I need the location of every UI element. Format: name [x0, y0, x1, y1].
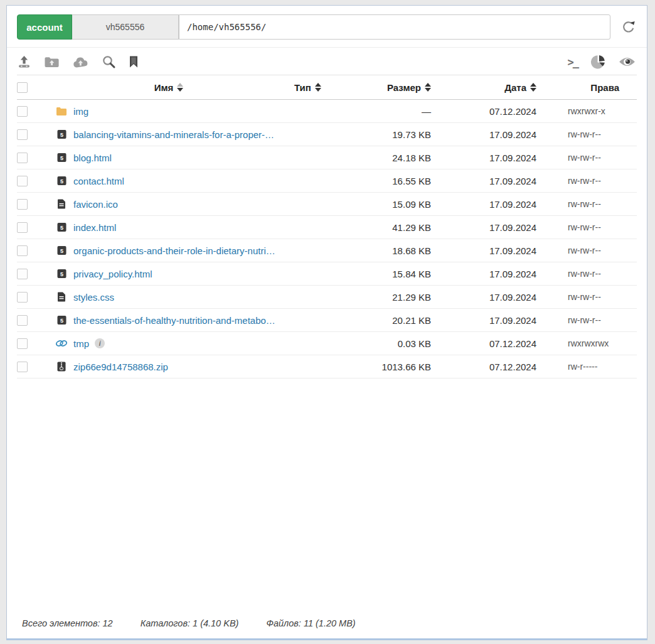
- terminal-icon[interactable]: >_: [568, 56, 578, 68]
- row-checkbox[interactable]: [17, 176, 28, 186]
- column-header-type-label: Тип: [294, 82, 311, 93]
- file-manager-panel: account: [6, 5, 647, 640]
- file-link[interactable]: balancing-vitamins-and-minerals-for-a-pr…: [73, 129, 274, 140]
- file-link[interactable]: styles.css: [73, 292, 114, 303]
- file-size: 19.73 KB: [349, 129, 444, 140]
- row-checkbox[interactable]: [17, 362, 28, 372]
- table-row: 5 index.html 41.29 KB 17.09.2024 rw-rw-r…: [17, 216, 637, 239]
- file-link[interactable]: privacy_policy.html: [73, 269, 152, 279]
- refresh-icon[interactable]: [620, 19, 637, 35]
- file-date: 17.09.2024: [444, 222, 549, 233]
- info-icon[interactable]: i: [95, 338, 105, 348]
- table-row: favicon.ico 15.09 KB 17.09.2024 rw-rw-r-…: [17, 193, 637, 216]
- sort-icon: [530, 83, 536, 92]
- html-file-icon: 5: [55, 129, 68, 139]
- file-link[interactable]: zip66e9d14758868.zip: [73, 362, 168, 372]
- file-link[interactable]: the-essentials-of-healthy-nutrition-and-…: [73, 315, 275, 326]
- table-row: 5 privacy_policy.html 15.84 KB 17.09.202…: [17, 262, 637, 286]
- html-file-icon: 5: [55, 245, 68, 255]
- folder-icon: [55, 107, 68, 116]
- file-date: 17.09.2024: [444, 315, 549, 326]
- row-checkbox[interactable]: [17, 315, 28, 326]
- file-link[interactable]: index.html: [73, 222, 116, 233]
- table-header-row: Имя Тип Размер Дата: [17, 75, 637, 100]
- pie-chart-icon[interactable]: [590, 54, 606, 70]
- file-date: 17.09.2024: [444, 245, 549, 256]
- file-date: 17.09.2024: [444, 292, 549, 303]
- file-link[interactable]: blog.html: [73, 153, 112, 163]
- symlink-icon: [55, 339, 68, 348]
- toolbar-right: >_: [568, 54, 636, 70]
- folder-upload-icon[interactable]: [44, 56, 60, 68]
- sort-icon: [315, 83, 321, 92]
- toolbar: >_: [7, 48, 647, 75]
- file-size: 16.55 KB: [349, 176, 444, 186]
- row-checkbox[interactable]: [17, 199, 28, 210]
- file-perms: rw-rw-r--: [549, 176, 637, 186]
- column-header-size[interactable]: Размер: [349, 82, 444, 93]
- table-row: img — 07.12.2024 rwxrwxr-x: [17, 100, 637, 123]
- username-field[interactable]: [72, 14, 179, 40]
- file-date: 17.09.2024: [444, 176, 549, 186]
- file-table: Имя Тип Размер Дата: [17, 75, 637, 378]
- row-checkbox[interactable]: [17, 292, 28, 303]
- eye-icon[interactable]: [619, 56, 636, 67]
- table-row: 5 organic-products-and-their-role-in-die…: [17, 239, 637, 262]
- bookmark-icon[interactable]: [129, 55, 139, 68]
- file-link[interactable]: favicon.ico: [73, 199, 118, 210]
- table-row: 5 blog.html 24.18 KB 17.09.2024 rw-rw-r-…: [17, 146, 637, 169]
- search-icon[interactable]: [102, 55, 116, 69]
- file-perms: rw-rw-r--: [549, 315, 637, 325]
- file-icon: [55, 292, 68, 302]
- html-file-icon: 5: [55, 153, 68, 163]
- file-date: 17.09.2024: [444, 269, 549, 279]
- file-perms: rwxrwxrwx: [549, 338, 637, 348]
- toolbar-left: [17, 55, 139, 69]
- cloud-upload-icon[interactable]: [72, 56, 89, 68]
- total-items-text: Всего элементов: 12: [22, 618, 113, 628]
- html-file-icon: 5: [55, 176, 68, 186]
- file-size: 1013.66 KB: [349, 362, 444, 372]
- path-input[interactable]: [179, 14, 610, 40]
- file-size: —: [349, 106, 444, 117]
- row-checkbox[interactable]: [17, 338, 28, 349]
- file-link[interactable]: contact.html: [73, 176, 124, 186]
- file-perms: rw-rw-r--: [549, 269, 637, 279]
- column-header-name[interactable]: Имя: [43, 82, 294, 93]
- upload-icon[interactable]: [17, 55, 31, 69]
- column-header-perms: Права: [549, 82, 637, 93]
- row-checkbox[interactable]: [17, 245, 28, 256]
- table-row: styles.css 21.29 KB 17.09.2024 rw-rw-r--: [17, 286, 637, 309]
- select-all-checkbox[interactable]: [17, 82, 28, 93]
- table-row: 5 balancing-vitamins-and-minerals-for-a-…: [17, 123, 637, 146]
- html-file-icon: 5: [55, 222, 68, 232]
- file-link[interactable]: organic-products-and-their-role-in-dieta…: [73, 245, 275, 256]
- file-perms: rw-rw-r--: [549, 153, 637, 163]
- html-file-icon: 5: [55, 269, 68, 279]
- table-row: zip66e9d14758868.zip 1013.66 KB 07.12.20…: [17, 355, 637, 378]
- file-perms: rwxrwxr-x: [549, 106, 637, 116]
- column-header-type[interactable]: Тип: [294, 82, 349, 93]
- table-row: 5 the-essentials-of-healthy-nutrition-an…: [17, 309, 637, 332]
- row-checkbox[interactable]: [17, 129, 28, 140]
- file-link[interactable]: tmp: [73, 338, 89, 349]
- svg-text:5: 5: [60, 155, 63, 161]
- sort-icon: [177, 83, 183, 92]
- row-checkbox[interactable]: [17, 222, 28, 233]
- file-perms: rw-rw-r--: [549, 199, 637, 209]
- svg-text:5: 5: [60, 132, 63, 138]
- file-date: 17.09.2024: [444, 153, 549, 163]
- row-checkbox[interactable]: [17, 106, 28, 117]
- row-checkbox[interactable]: [17, 153, 28, 163]
- file-date: 17.09.2024: [444, 129, 549, 140]
- row-checkbox[interactable]: [17, 269, 28, 279]
- file-size: 20.21 KB: [349, 315, 444, 326]
- column-header-date[interactable]: Дата: [444, 82, 549, 93]
- file-perms: rw-rw-r--: [549, 222, 637, 232]
- account-button[interactable]: account: [17, 14, 72, 40]
- file-link[interactable]: img: [73, 106, 88, 117]
- file-icon: [55, 199, 68, 209]
- svg-text:5: 5: [60, 178, 63, 185]
- file-date: 07.12.2024: [444, 362, 549, 372]
- topbar: account: [7, 6, 647, 48]
